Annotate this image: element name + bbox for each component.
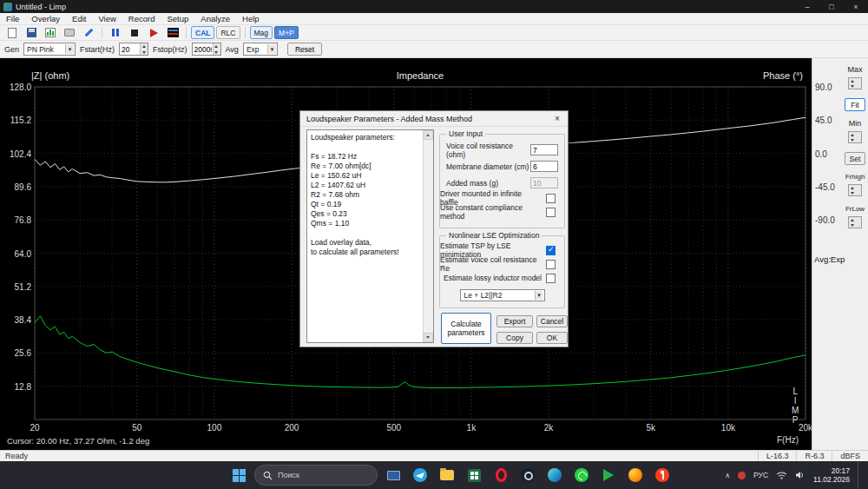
frlow-spinner[interactable]: [848, 216, 862, 228]
taskbar-app-excel[interactable]: [463, 464, 485, 486]
maximize-button[interactable]: □: [819, 0, 844, 13]
estimate-re-checkbox[interactable]: [546, 260, 556, 269]
taskbar-app-edge[interactable]: [543, 464, 566, 486]
menu-record[interactable]: Record: [122, 14, 161, 23]
params-scrollbar[interactable]: [423, 130, 433, 342]
search-placeholder: Поиск: [278, 471, 299, 479]
taskbar-app-telegram[interactable]: [409, 464, 431, 486]
calculate-parameters-button[interactable]: Calculate parameters: [441, 313, 491, 344]
open-graph-button[interactable]: [42, 26, 59, 40]
spin-down-icon[interactable]: [849, 83, 861, 89]
generator-type-select[interactable]: PN Pink ▾: [23, 43, 76, 56]
spin-down-icon[interactable]: [213, 50, 220, 56]
new-file-button[interactable]: [3, 26, 21, 40]
stop-generator-button[interactable]: [126, 26, 143, 40]
taskbar-app-yandex[interactable]: [651, 464, 674, 486]
play-icon: [603, 469, 614, 481]
fstop-label: Fstop(Hz): [153, 45, 187, 54]
chart-title: Impedance: [35, 70, 806, 81]
scroll-up-icon[interactable]: [424, 130, 433, 140]
edit-button[interactable]: [80, 26, 97, 40]
menu-edit[interactable]: Edit: [66, 14, 92, 23]
magnitude-phase-toggle[interactable]: M+P: [274, 26, 299, 39]
inductor-model-select[interactable]: Le + L2||R2 ▾: [460, 289, 545, 301]
analyzer-icon: [168, 28, 179, 37]
fstart-spinner[interactable]: [119, 43, 148, 56]
cancel-button[interactable]: Cancel: [536, 315, 568, 327]
estimate-tsp-checkbox[interactable]: [546, 246, 556, 255]
constant-compliance-label: Use constant compliance method: [440, 203, 542, 221]
params-listbox[interactable]: Loudspeaker parameters:Fs = 18.72 HzRe =…: [306, 129, 434, 343]
analyzer-button[interactable]: [164, 26, 181, 40]
spin-down-icon[interactable]: [849, 190, 861, 195]
chevron-down-icon[interactable]: ▾: [535, 291, 543, 300]
fstop-input[interactable]: [193, 45, 212, 54]
save-button[interactable]: [23, 26, 40, 40]
taskbar-app-explorer[interactable]: [436, 464, 458, 486]
menu-help[interactable]: Help: [236, 14, 266, 23]
status-bar: Ready L-16.3 R-6.3 dBFS: [0, 450, 868, 461]
constant-compliance-checkbox[interactable]: [546, 208, 556, 217]
ok-button[interactable]: OK: [536, 332, 568, 344]
spin-down-icon[interactable]: [849, 222, 861, 228]
lossy-inductor-checkbox[interactable]: [546, 274, 556, 283]
fstop-spinner[interactable]: [192, 43, 221, 56]
taskbar-search[interactable]: Поиск: [254, 465, 378, 486]
params-line: Loudspeaker parameters:: [311, 133, 421, 142]
window-title: Untitled - Limp: [16, 3, 66, 11]
taskbar-app-opera[interactable]: [490, 464, 512, 486]
close-button[interactable]: ×: [844, 0, 868, 13]
chevron-down-icon[interactable]: ▾: [65, 44, 74, 54]
membrane-diameter-input[interactable]: [530, 161, 558, 172]
spin-down-icon[interactable]: [849, 137, 861, 142]
menu-file[interactable]: File: [0, 14, 25, 23]
averaging-readout: Avg:Exp: [814, 254, 845, 264]
menu-analyze[interactable]: Analyze: [194, 14, 236, 23]
tray-chevron-icon[interactable]: ∧: [725, 472, 730, 479]
export-button[interactable]: Export: [496, 315, 533, 327]
taskbar-app-firefox[interactable]: [624, 464, 647, 486]
clock[interactable]: 20:17 11.02.2026: [813, 466, 850, 484]
start-measurement-button[interactable]: [145, 26, 162, 40]
min-spinner[interactable]: [848, 131, 862, 143]
calibrate-toggle[interactable]: CAL: [191, 26, 214, 39]
spin-down-icon[interactable]: [140, 50, 148, 56]
taskbar-app-monitor[interactable]: [382, 464, 404, 486]
start-button[interactable]: [227, 464, 250, 486]
voice-coil-resistance-input[interactable]: [530, 144, 558, 155]
menu-setup[interactable]: Setup: [161, 14, 194, 23]
tray-app-icon[interactable]: [738, 472, 746, 479]
copy-button[interactable]: Copy: [496, 332, 533, 344]
lse-group-title: Nonlinear LSE Optimization: [446, 231, 542, 240]
taskbar-app-play[interactable]: [597, 464, 620, 486]
reset-button[interactable]: Reset: [287, 43, 322, 56]
scroll-down-icon[interactable]: [424, 333, 433, 342]
magnitude-toggle[interactable]: Mag: [250, 26, 273, 39]
printer-icon: [64, 29, 75, 36]
menu-view[interactable]: View: [92, 14, 122, 23]
averaging-select[interactable]: Exp ▾: [243, 43, 278, 56]
minimize-button[interactable]: –: [795, 0, 819, 13]
volume-icon[interactable]: [795, 471, 806, 479]
chevron-down-icon[interactable]: ▾: [267, 44, 276, 54]
show-desktop-button[interactable]: [858, 461, 861, 489]
right-axis-title: Phase (°): [763, 70, 803, 81]
taskbar-app-whatsapp[interactable]: [570, 464, 593, 486]
dialog-titlebar[interactable]: Loudspeaker Parameters - Added Mass Meth…: [300, 111, 568, 127]
dialog-close-button[interactable]: ×: [547, 111, 568, 127]
menu-overlay[interactable]: Overlay: [25, 14, 66, 23]
set-button[interactable]: Set: [845, 152, 865, 165]
fstart-input[interactable]: [120, 45, 139, 54]
max-spinner[interactable]: [848, 77, 862, 89]
wifi-icon[interactable]: [776, 471, 787, 479]
print-button[interactable]: [61, 26, 78, 40]
pause-generator-button[interactable]: [107, 26, 124, 40]
infinite-baffle-checkbox[interactable]: [546, 194, 556, 203]
taskbar-app-steam[interactable]: [516, 464, 539, 486]
phase-tick-label: 90.0: [815, 83, 832, 92]
language-indicator[interactable]: РУС: [753, 471, 768, 479]
frhigh-spinner[interactable]: [848, 184, 862, 196]
fit-button[interactable]: Fit: [845, 98, 865, 111]
rlc-toggle[interactable]: RLC: [216, 26, 240, 39]
averaging-value: Exp: [247, 45, 260, 54]
